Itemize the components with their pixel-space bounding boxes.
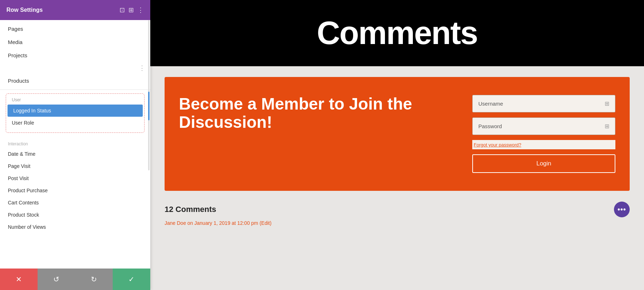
cancel-icon: ✕ <box>16 275 22 284</box>
cancel-button[interactable]: ✕ <box>0 269 38 290</box>
redo-icon: ↻ <box>91 275 97 284</box>
panel-header-icons: ⊡ ⊞ ⋮ <box>119 6 144 14</box>
more-options-button[interactable]: ••• <box>614 202 630 217</box>
login-card: Become a Member to Join the Discussion! … <box>165 77 630 191</box>
undo-button[interactable]: ↺ <box>38 269 75 290</box>
panel-header: Row Settings ⊡ ⊞ ⋮ <box>0 0 150 20</box>
undo-icon: ↺ <box>53 275 59 284</box>
bottom-bar: ✕ ↺ ↻ ✓ <box>0 269 150 290</box>
menu-item-pages[interactable]: Pages <box>0 22 150 35</box>
condition-item-logged-in-status[interactable]: Logged In Status <box>8 105 143 117</box>
top-menu: Pages Media Projects ⋮ Products <box>0 20 150 90</box>
redo-button[interactable]: ↻ <box>75 269 113 290</box>
menu-item-media[interactable]: Media <box>0 35 150 49</box>
condition-group-label: User <box>6 97 144 105</box>
password-field[interactable]: Password ⊞ <box>472 117 615 135</box>
forgot-password-link[interactable]: Forgot your password? <box>473 142 522 148</box>
interaction-section-label: Interaction <box>0 136 150 148</box>
more-options-icon[interactable]: ⋮ <box>137 6 144 14</box>
list-item-number-of-views[interactable]: Number of Views <box>0 221 150 233</box>
grid-icon[interactable]: ⊞ <box>128 6 134 14</box>
panel-title: Row Settings <box>6 7 43 13</box>
comments-count: 12 Comments <box>165 205 216 214</box>
list-item-page-visit[interactable]: Page Visit <box>0 160 150 172</box>
comments-header: 12 Comments ••• <box>165 202 630 217</box>
menu-dots-icon[interactable]: ⋮ <box>139 64 145 72</box>
left-panel: Row Settings ⊡ ⊞ ⋮ Pages Media Projects … <box>0 0 150 290</box>
hero-title: Comments <box>317 15 477 52</box>
comment-preview: Jane Doe on January 1, 2019 at 12:00 pm … <box>165 220 630 226</box>
expand-icon[interactable]: ⊡ <box>119 6 125 14</box>
confirm-icon: ✓ <box>128 275 135 284</box>
condition-group-user: User Logged In Status User Role <box>6 93 145 133</box>
password-icon: ⊞ <box>605 123 609 130</box>
list-item-date-time[interactable]: Date & Time <box>0 148 150 160</box>
login-form: Username ⊞ Password ⊞ Forgot your passwo… <box>472 95 615 173</box>
main-content: Become a Member to Join the Discussion! … <box>150 66 644 290</box>
menu-item-products[interactable]: Products <box>0 74 150 87</box>
scroll-thumb <box>148 92 150 120</box>
login-button[interactable]: Login <box>472 154 615 173</box>
comments-section: 12 Comments ••• Jane Doe on January 1, 2… <box>165 202 630 229</box>
list-item-product-stock[interactable]: Product Stock <box>0 209 150 221</box>
interaction-section: Interaction Date & Time Page Visit Post … <box>0 136 150 233</box>
right-content: Comments Become a Member to Join the Dis… <box>150 0 644 290</box>
more-dots-icon: ••• <box>618 206 626 214</box>
username-field[interactable]: Username ⊞ <box>472 95 615 112</box>
login-promo-text: Become a Member to Join the Discussion! <box>179 95 458 173</box>
username-icon: ⊞ <box>605 100 609 107</box>
list-item-post-visit[interactable]: Post Visit <box>0 172 150 184</box>
condition-item-user-role[interactable]: User Role <box>6 117 144 129</box>
menu-dots-row: ⋮ <box>0 62 150 74</box>
menu-item-projects[interactable]: Projects <box>0 49 150 62</box>
list-item-cart-contents[interactable]: Cart Contents <box>0 197 150 209</box>
password-placeholder: Password <box>478 123 502 129</box>
username-placeholder: Username <box>478 101 503 107</box>
hero-section: Comments <box>150 0 644 66</box>
scroll-bar[interactable] <box>148 20 150 170</box>
confirm-button[interactable]: ✓ <box>113 269 150 290</box>
list-item-product-purchase[interactable]: Product Purchase <box>0 184 150 197</box>
